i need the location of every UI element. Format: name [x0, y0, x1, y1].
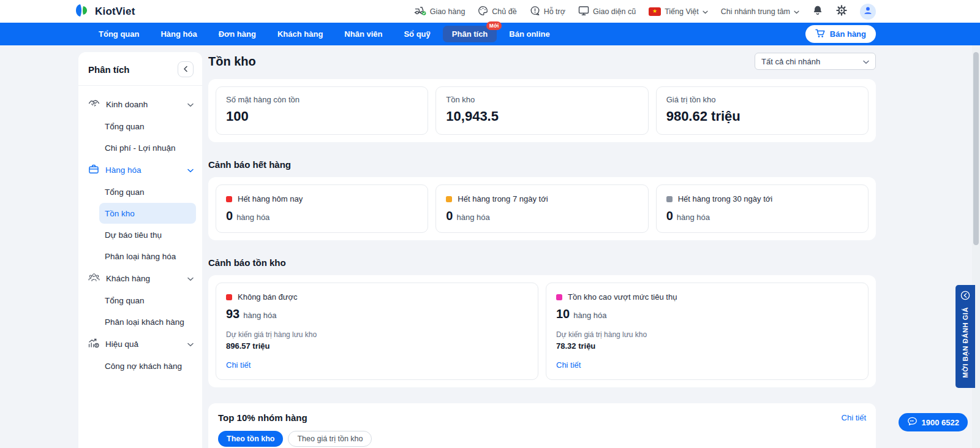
- detail-link[interactable]: Chi tiết: [556, 360, 581, 370]
- chevron-left-icon: [183, 65, 188, 74]
- performance-icon: [88, 338, 99, 350]
- notifications-button[interactable]: [812, 5, 823, 18]
- sidebar-item-cong-no-khach-hang[interactable]: Công nợ khách hàng: [99, 355, 196, 376]
- nav-tab-hang-hoa[interactable]: Hàng hóa: [151, 26, 206, 42]
- nav-tab-label: Bán online: [509, 29, 549, 39]
- stock-alert-value: 10: [556, 307, 570, 321]
- sidebar-item-ton-kho[interactable]: Tồn kho: [99, 203, 196, 224]
- stock-alert-unit: hàng hóa: [573, 311, 606, 320]
- rating-badge-label: MỜI BẠN ĐÁNH GIÁ: [962, 307, 969, 378]
- gear-icon: [836, 5, 847, 18]
- sidebar-item-kinh-doanh[interactable]: Kinh doanh: [78, 93, 202, 115]
- nav-tab-label: Tổng quan: [99, 29, 139, 39]
- summary-card-label: Giá trị tồn kho: [666, 95, 858, 104]
- chevron-down-icon: [863, 57, 869, 66]
- top-groups-detail-link[interactable]: Chi tiết: [842, 413, 866, 422]
- sidebar-item-chi-phi-loi-nhuan[interactable]: Chi phí - Lợi nhuận: [99, 137, 196, 158]
- alert-card-label: Hết hàng trong 30 ngày tới: [678, 194, 773, 203]
- detail-link[interactable]: Chi tiết: [226, 360, 251, 370]
- sidebar-item-du-bao-tieu-thu[interactable]: Dự báo tiêu thụ: [99, 224, 196, 245]
- sidebar-item-label: Tổng quan: [105, 296, 145, 305]
- red-dot-icon: [226, 196, 232, 202]
- nav-tab-label: Nhân viên: [344, 29, 382, 39]
- out-of-stock-panel: Hết hàng hôm nay 0 hàng hóa Hết hàng tro…: [208, 177, 876, 240]
- alert-card-unit: hàng hóa: [677, 213, 710, 222]
- settings-button[interactable]: [836, 5, 847, 18]
- stock-alert-label: Tồn kho cao vượt mức tiêu thụ: [568, 292, 677, 302]
- sidebar-item-hang-hoa[interactable]: Hàng hóa: [78, 159, 202, 181]
- delivery-shortcut[interactable]: Giao hàng: [414, 6, 466, 17]
- alert-card-today: Hết hàng hôm nay 0 hàng hóa: [216, 184, 428, 233]
- cart-icon: [815, 29, 825, 40]
- toggle-by-stock-value[interactable]: Theo giá trị tồn kho: [288, 431, 372, 447]
- nav-tab-khach-hang[interactable]: Khách hàng: [268, 26, 332, 42]
- alert-card-value: 0: [666, 209, 673, 223]
- bell-icon: [812, 5, 823, 18]
- stock-alert-sub-value: 896.57 triệu: [226, 341, 528, 351]
- user-icon: [863, 6, 873, 18]
- chevron-down-icon: [703, 7, 708, 16]
- sell-button[interactable]: Bán hàng: [805, 25, 876, 43]
- summary-card-stock-quantity: Tồn kho 10,943.5: [435, 86, 648, 135]
- stock-alert-card-unsellable: Không bán được 93 hàng hóa Dự kiến giá t…: [216, 283, 538, 380]
- support-shortcut[interactable]: Hỗ trợ: [530, 6, 565, 18]
- nav-tab-nhan-vien[interactable]: Nhân viên: [335, 26, 391, 42]
- summary-panel: Số mặt hàng còn tồn 100 Tồn kho 10,943.5…: [208, 79, 876, 142]
- nav-tab-label: Sổ quỹ: [404, 29, 430, 39]
- language-selector[interactable]: ★ Tiếng Việt: [649, 7, 708, 16]
- gray-dot-icon: [666, 196, 673, 202]
- sidebar-item-khach-hang-tong-quan[interactable]: Tổng quan: [99, 290, 196, 311]
- topbar-right: Giao hàng Chủ đề Hỗ trợ: [414, 4, 876, 20]
- sidebar-item-hang-hoa-tong-quan[interactable]: Tổng quan: [99, 181, 196, 202]
- chevron-down-icon: [187, 340, 194, 349]
- sidebar-collapse-button[interactable]: [178, 61, 194, 77]
- sidebar-item-label: Hiệu quả: [105, 340, 138, 349]
- legacy-ui-shortcut[interactable]: Giao diện cũ: [578, 6, 636, 18]
- theme-shortcut[interactable]: Chủ đề: [478, 6, 516, 18]
- stock-alert-panel: Không bán được 93 hàng hóa Dự kiến giá t…: [208, 275, 876, 387]
- nav-tab-ban-online[interactable]: Bán online: [500, 26, 559, 42]
- sidebar-item-hieu-qua[interactable]: Hiệu quả: [78, 333, 202, 355]
- sell-button-label: Bán hàng: [830, 29, 866, 39]
- brand-name: KiotViet: [95, 6, 135, 18]
- nav-tab-phan-tich[interactable]: Phân tích Mới: [443, 26, 497, 42]
- support-label: Hỗ trợ: [544, 7, 565, 16]
- palette-icon: [478, 6, 488, 18]
- sidebar-item-label: Phân loại khách hàng: [105, 317, 184, 327]
- sidebar-item-khach-hang[interactable]: Khách hàng: [78, 267, 202, 289]
- alert-card-label: Hết hàng trong 7 ngày tới: [458, 194, 548, 203]
- kiotviet-logo[interactable]: KiotViet: [75, 4, 135, 20]
- user-avatar[interactable]: [860, 4, 876, 20]
- analytics-sidebar: Phân tích Kinh doanh Tổng quan Chi phí -…: [78, 52, 202, 448]
- nav-tab-tong-quan[interactable]: Tổng quan: [89, 26, 148, 42]
- toggle-by-stock[interactable]: Theo tồn kho: [218, 431, 283, 447]
- summary-card-value: 10,943.5: [446, 108, 638, 124]
- nav-tab-so-quy[interactable]: Sổ quỹ: [394, 26, 439, 42]
- nav-tab-don-hang[interactable]: Đơn hàng: [209, 26, 265, 42]
- chevron-down-icon: [794, 7, 799, 16]
- chevron-down-icon: [187, 165, 194, 175]
- chat-icon: [907, 417, 918, 428]
- support-icon: [530, 6, 540, 18]
- hotline-number: 1900 6522: [922, 418, 959, 427]
- kiotviet-logo-icon: [75, 4, 91, 20]
- nav-tab-label: Phân tích: [452, 29, 488, 39]
- summary-card-label: Tồn kho: [446, 95, 638, 104]
- branch-selector-top[interactable]: Chi nhánh trung tâm: [721, 7, 799, 16]
- business-icon: [88, 99, 100, 110]
- top-groups-title: Top 10% nhóm hàng: [218, 412, 307, 423]
- legacy-ui-label: Giao diện cũ: [593, 7, 636, 16]
- main-content: Tồn kho Tất cả chi nhánh Số mặt hàng còn…: [208, 52, 876, 448]
- rating-badge[interactable]: MỜI BẠN ĐÁNH GIÁ: [956, 285, 975, 388]
- summary-card-value: 100: [226, 108, 418, 124]
- branch-filter-select[interactable]: Tất cả chi nhánh: [755, 53, 876, 70]
- scrollbar-thumb[interactable]: [973, 52, 979, 245]
- hotline-button[interactable]: 1900 6522: [899, 413, 968, 431]
- sidebar-item-label: Chi phí - Lợi nhuận: [105, 143, 175, 153]
- sidebar-item-phan-loai-hang-hoa[interactable]: Phân loại hàng hóa: [99, 246, 196, 267]
- alert-card-unit: hàng hóa: [456, 213, 489, 222]
- goods-icon: [88, 164, 99, 176]
- sidebar-item-label: Tổng quan: [105, 122, 145, 131]
- sidebar-item-kinh-doanh-tong-quan[interactable]: Tổng quan: [99, 116, 196, 137]
- sidebar-item-phan-loai-khach-hang[interactable]: Phân loại khách hàng: [99, 311, 196, 332]
